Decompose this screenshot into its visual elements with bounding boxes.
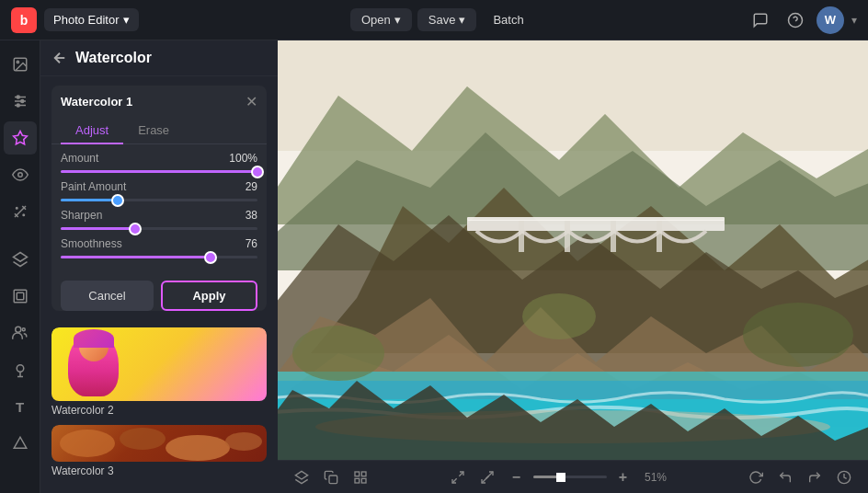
zoom-in-button[interactable]: + xyxy=(611,464,636,490)
sidebar-item-adjust[interactable] xyxy=(4,85,37,118)
svg-point-10 xyxy=(17,173,22,178)
batch-label: Batch xyxy=(493,13,523,27)
svg-rect-15 xyxy=(14,290,27,303)
layers-tool-button[interactable] xyxy=(289,464,314,490)
message-button[interactable] xyxy=(747,6,774,34)
redo-button[interactable] xyxy=(802,464,828,490)
preset-watercolor2-label: Watercolor 2 xyxy=(51,400,114,418)
sidebar-item-person[interactable] xyxy=(4,316,37,350)
amount-track[interactable] xyxy=(61,170,257,173)
preset-watercolor3[interactable]: Watercolor 3 xyxy=(51,425,267,478)
svg-rect-16 xyxy=(17,292,24,300)
svg-point-2 xyxy=(17,61,18,63)
sliders-section: Amount 100% Paint Amount 29 xyxy=(51,144,267,273)
apply-button[interactable]: Apply xyxy=(161,281,257,311)
sidebar-item-text[interactable]: T xyxy=(4,390,37,423)
crop-tool-button[interactable] xyxy=(474,464,500,490)
filter-card: Watercolor 1 ✕ Adjust Erase Amount xyxy=(51,86,267,311)
sharpen-label: Sharpen xyxy=(61,209,102,222)
filter-actions: Cancel Apply xyxy=(51,273,267,311)
panel-header: Watercolor xyxy=(40,40,278,76)
open-button[interactable]: Open ▾ xyxy=(350,8,412,31)
svg-point-47 xyxy=(292,326,384,381)
app-name-button[interactable]: Photo Editor ▾ xyxy=(44,8,139,31)
tab-adjust[interactable]: Adjust xyxy=(61,118,123,144)
svg-rect-39 xyxy=(611,220,616,252)
sidebar-item-layers[interactable] xyxy=(4,243,37,276)
zoom-value: 51% xyxy=(640,471,672,484)
svg-point-24 xyxy=(120,428,166,450)
amount-label: Amount xyxy=(61,152,98,165)
photo-canvas xyxy=(278,40,868,460)
zoom-in-icon: + xyxy=(619,469,627,486)
zoom-out-icon: − xyxy=(512,469,520,486)
smoothness-track[interactable] xyxy=(61,256,257,258)
avatar-dropdown-icon: ▾ xyxy=(851,14,857,27)
sidebar-item-photo[interactable] xyxy=(4,48,37,81)
svg-point-13 xyxy=(23,214,25,216)
svg-point-6 xyxy=(17,96,19,98)
app-name-label: Photo Editor xyxy=(53,13,120,27)
zoom-out-button[interactable]: − xyxy=(504,464,530,490)
main-content: T Watercolor Watercolor 1 ✕ xyxy=(0,40,868,493)
panel-back-button[interactable] xyxy=(51,50,68,66)
svg-marker-51 xyxy=(295,471,307,479)
svg-marker-14 xyxy=(13,253,27,262)
filter-tabs: Adjust Erase xyxy=(51,118,267,144)
fit-tool-button[interactable] xyxy=(445,464,471,490)
topbar: b Photo Editor ▾ Open ▾ Save ▾ Batch xyxy=(0,0,868,40)
svg-point-12 xyxy=(16,208,17,210)
tab-erase[interactable]: Erase xyxy=(123,118,184,144)
sidebar-item-magic[interactable] xyxy=(4,195,37,228)
presets-section: Watercolor 2 Watercolor 3 xyxy=(40,320,278,493)
smoothness-value: 76 xyxy=(246,237,257,250)
amount-value: 100% xyxy=(229,152,257,165)
zoom-slider-track[interactable] xyxy=(533,476,607,478)
logo-text: b xyxy=(20,13,29,28)
svg-point-49 xyxy=(522,293,596,339)
filter-card-title: Watercolor 1 xyxy=(61,95,132,109)
svg-point-48 xyxy=(743,303,853,367)
sidebar-item-filter[interactable] xyxy=(4,121,37,155)
duplicate-tool-button[interactable] xyxy=(318,464,344,490)
sidebar-item-shape[interactable] xyxy=(4,427,37,460)
canvas-toolbar-center: − + 51% xyxy=(445,464,672,490)
open-dropdown-icon: ▾ xyxy=(394,13,401,27)
sharpen-track[interactable] xyxy=(61,227,257,230)
panel-title: Watercolor xyxy=(75,50,152,66)
filter-close-button[interactable]: ✕ xyxy=(246,93,257,110)
cancel-button[interactable]: Cancel xyxy=(61,281,154,311)
avatar[interactable]: W xyxy=(817,6,844,34)
svg-rect-38 xyxy=(565,220,570,252)
undo-button[interactable] xyxy=(772,464,798,490)
refresh-button[interactable] xyxy=(743,464,769,490)
preset-watercolor3-label: Watercolor 3 xyxy=(51,461,114,478)
sidebar-item-eye[interactable] xyxy=(4,158,37,191)
paint-amount-slider-row: Paint Amount 29 xyxy=(61,180,257,201)
preset-watercolor2[interactable]: Watercolor 2 xyxy=(51,327,267,418)
topbar-right: W ▾ xyxy=(747,6,857,34)
app-dropdown-icon: ▾ xyxy=(123,13,130,27)
save-button[interactable]: Save ▾ xyxy=(417,8,477,31)
sidebar-item-frame[interactable] xyxy=(4,280,37,313)
svg-point-17 xyxy=(15,327,20,332)
svg-rect-52 xyxy=(329,476,337,484)
svg-rect-41 xyxy=(467,217,725,221)
smoothness-label: Smoothness xyxy=(61,237,122,250)
history-button[interactable] xyxy=(831,464,857,490)
filter-card-header: Watercolor 1 ✕ xyxy=(51,86,267,118)
canvas-image xyxy=(278,40,868,460)
sidebar-item-stamp[interactable] xyxy=(4,353,37,386)
batch-button[interactable]: Batch xyxy=(482,8,534,31)
svg-point-18 xyxy=(22,328,25,331)
grid-tool-button[interactable] xyxy=(348,464,373,490)
canvas-toolbar-left xyxy=(289,464,373,490)
sharpen-slider-row: Sharpen 38 xyxy=(61,209,257,230)
sharpen-value: 38 xyxy=(246,209,257,222)
save-label: Save xyxy=(428,13,456,27)
paint-amount-value: 29 xyxy=(246,180,257,193)
topbar-center: Open ▾ Save ▾ Batch xyxy=(350,8,535,31)
help-button[interactable] xyxy=(782,6,809,34)
paint-amount-track[interactable] xyxy=(61,199,257,201)
preset-thumb-watercolor3 xyxy=(51,425,267,462)
